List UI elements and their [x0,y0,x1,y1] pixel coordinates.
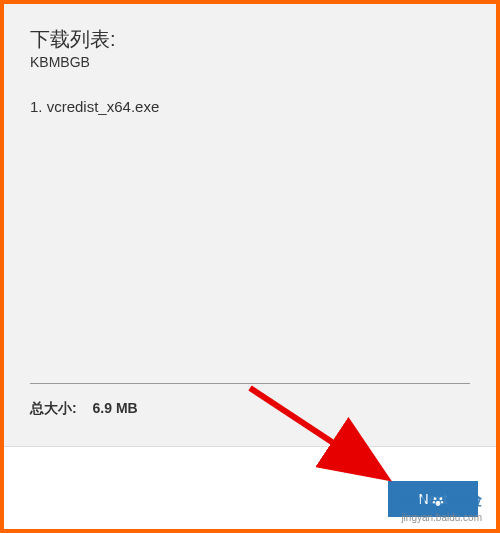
total-size-label: 总大小: [30,400,77,416]
file-name: vcredist_x64.exe [47,98,160,115]
download-list-title: 下载列表: [30,26,470,52]
total-size-value: 6.9 MB [93,400,138,416]
list-item: 1. vcredist_x64.exe [30,98,470,115]
footer: Next [4,446,496,529]
size-units-label: KBMBGB [30,54,470,70]
download-list-panel: 下载列表: KBMBGB 1. vcredist_x64.exe 总大小: 6.… [4,4,496,446]
next-button-label: Next [419,491,448,507]
next-button[interactable]: Next [388,481,478,517]
separator [30,383,470,384]
total-size-row: 总大小: 6.9 MB [30,400,138,418]
file-index: 1. [30,98,43,115]
